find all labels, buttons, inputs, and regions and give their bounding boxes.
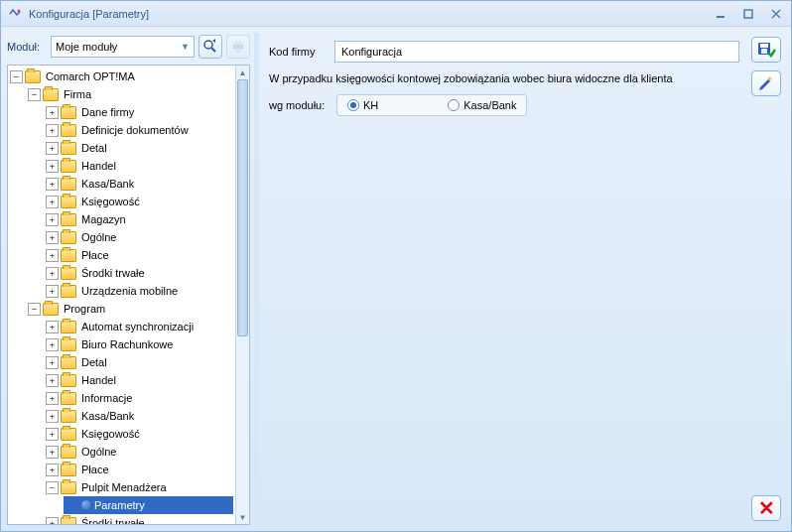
wg-modulu-label: wg modułu: (269, 99, 336, 111)
svg-rect-2 (744, 10, 752, 18)
folder-icon (61, 517, 76, 525)
folder-icon (61, 160, 76, 173)
folder-icon (61, 106, 76, 119)
tree-item[interactable]: +Płace (46, 461, 233, 478)
expand-icon[interactable]: + (46, 285, 59, 298)
scroll-up-icon[interactable]: ▲ (236, 66, 249, 79)
expand-icon[interactable]: + (46, 338, 59, 351)
radio-kasabank[interactable]: Kasa/Bank (448, 99, 516, 111)
tree-root[interactable]: − Comarch OPT!MA (10, 67, 233, 85)
folder-icon (61, 249, 76, 262)
radio-icon (448, 99, 460, 111)
folder-icon (61, 142, 76, 155)
tree-item[interactable]: +Handel (46, 371, 233, 389)
tree-item[interactable]: +Księgowość (46, 193, 233, 210)
tree-pulpit[interactable]: −Pulpit Menadżera (46, 478, 233, 496)
collapse-icon[interactable]: − (28, 303, 41, 316)
tree-item[interactable]: +Handel (46, 157, 233, 175)
module-select[interactable]: Moje moduły ▼ (51, 36, 195, 58)
collapse-icon[interactable]: − (10, 70, 23, 83)
splitter[interactable] (254, 33, 259, 525)
tree-item[interactable]: +Środki trwałe (46, 264, 233, 282)
kod-firmy-input[interactable] (334, 41, 739, 63)
tree-item[interactable]: +Dane firmy (46, 103, 233, 121)
svg-line-6 (211, 48, 215, 52)
tree-parametry[interactable]: Parametry (64, 496, 233, 514)
tree-item[interactable]: +Kasa/Bank (46, 175, 233, 193)
scroll-down-icon[interactable]: ▼ (236, 510, 249, 524)
expand-icon[interactable]: + (46, 196, 59, 208)
folder-icon (61, 392, 76, 405)
expand-icon[interactable]: + (46, 374, 59, 387)
tree-firma[interactable]: − Firma (28, 85, 233, 103)
tree-item[interactable]: +Urządzenia mobilne (46, 282, 233, 300)
expand-icon[interactable]: + (46, 124, 59, 137)
expand-icon[interactable]: + (46, 410, 59, 423)
cancel-button[interactable]: ✕ (751, 495, 781, 521)
expand-icon[interactable]: + (46, 464, 59, 476)
module-label: Moduł: (7, 41, 47, 53)
folder-icon (61, 178, 76, 191)
expand-icon[interactable]: + (46, 392, 59, 405)
save-button[interactable] (751, 37, 781, 63)
expand-icon[interactable]: + (46, 249, 59, 262)
expand-icon[interactable]: + (46, 356, 59, 369)
expand-icon[interactable]: + (46, 106, 59, 119)
tree-item[interactable]: +Środki trwałe (46, 514, 233, 524)
expand-icon[interactable]: + (46, 213, 59, 226)
expand-icon[interactable]: + (46, 160, 59, 173)
collapse-icon[interactable]: − (46, 481, 59, 494)
minimize-button[interactable] (712, 7, 729, 21)
maximize-button[interactable] (739, 7, 757, 21)
collapse-icon[interactable]: − (28, 88, 41, 101)
tree-item[interactable]: +Kasa/Bank (46, 407, 233, 425)
expand-icon[interactable]: + (46, 321, 59, 333)
folder-icon (61, 231, 76, 244)
module-select-value: Moje moduły (56, 41, 117, 53)
bullet-icon (80, 499, 92, 511)
tree-item[interactable]: +Księgowość (46, 425, 233, 443)
scrollbar[interactable]: ▲ ▼ (235, 66, 249, 524)
tree-item[interactable]: +Automat synchronizacji (46, 318, 233, 335)
folder-icon (61, 446, 76, 459)
folder-icon (25, 70, 41, 83)
folder-icon (61, 338, 76, 351)
tree-item[interactable]: +Detal (46, 353, 233, 371)
radio-kh[interactable]: KH (347, 99, 378, 111)
expand-icon[interactable]: + (46, 446, 59, 459)
folder-icon (61, 124, 76, 137)
folder-icon (61, 213, 76, 226)
tree-item[interactable]: +Detal (46, 139, 233, 157)
expand-icon[interactable]: + (46, 178, 59, 191)
expand-icon[interactable]: + (46, 231, 59, 244)
tree-item[interactable]: +Informacje (46, 389, 233, 407)
tree-item[interactable]: +Płace (46, 246, 233, 264)
search-button[interactable] (198, 35, 222, 59)
expand-icon[interactable]: + (46, 517, 59, 525)
tree-item[interactable]: +Ogólne (46, 443, 233, 461)
folder-icon (61, 267, 76, 280)
tree-item[interactable]: +Biuro Rachunkowe (46, 335, 233, 353)
expand-icon[interactable]: + (46, 267, 59, 280)
radio-group: KH Kasa/Bank (336, 94, 527, 116)
scrollbar-thumb[interactable] (237, 79, 248, 336)
svg-rect-11 (760, 44, 768, 48)
tree-item[interactable]: +Ogólne (46, 228, 233, 246)
tree-item[interactable]: +Magazyn (46, 210, 233, 228)
window-title: Konfiguracja [Parametry] (29, 8, 712, 20)
expand-icon[interactable]: + (46, 428, 59, 441)
titlebar: Konfiguracja [Parametry] (1, 1, 791, 27)
tree-item[interactable]: +Definicje dokumentów (46, 121, 233, 139)
folder-icon (61, 464, 76, 476)
radio-icon (347, 99, 359, 111)
chevron-down-icon: ▼ (181, 42, 190, 52)
folder-icon (61, 356, 76, 369)
expand-icon[interactable]: + (46, 142, 59, 155)
tree-program[interactable]: − Program (28, 300, 233, 318)
edit-button[interactable] (751, 70, 781, 96)
close-window-button[interactable] (767, 7, 785, 21)
svg-rect-9 (235, 49, 241, 53)
folder-icon (61, 196, 76, 208)
app-icon (7, 6, 23, 22)
svg-rect-8 (235, 41, 241, 45)
